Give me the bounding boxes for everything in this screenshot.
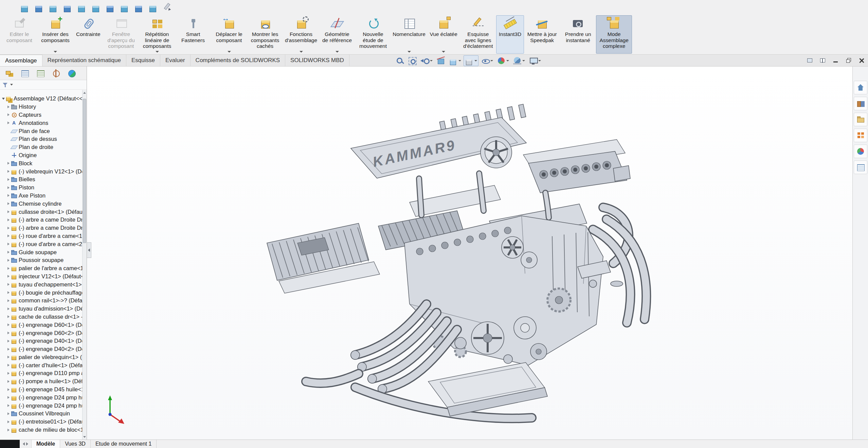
ribbon-button[interactable]: Mode Assemblage complexe bbox=[596, 15, 632, 54]
ribbon-button[interactable]: Mettre à jour Speedpak bbox=[524, 15, 560, 54]
task-pane-button[interactable] bbox=[854, 81, 867, 94]
quick-access-icon[interactable] bbox=[77, 2, 87, 12]
tree-item[interactable]: (-) pompe a huile<1> (Défau bbox=[0, 377, 82, 386]
quick-access-icon[interactable] bbox=[105, 2, 115, 12]
expand-arrow-icon[interactable] bbox=[6, 218, 11, 222]
panel-tab[interactable] bbox=[52, 69, 60, 78]
ribbon-button[interactable]: Fenêtre d'aperçu du composant bbox=[103, 15, 139, 54]
tree-item[interactable]: common rail<1>->? (Défaut bbox=[0, 297, 82, 305]
ribbon-button[interactable]: Géométrie de référence bbox=[319, 15, 355, 54]
tree-item[interactable]: (-) engrenage D110 pmp a l' bbox=[0, 369, 82, 377]
task-pane-button[interactable] bbox=[854, 145, 867, 158]
ribbon-button[interactable]: Smart Fasteners bbox=[175, 15, 211, 54]
quick-access-icon[interactable] bbox=[134, 2, 144, 12]
scrollbar-thumb[interactable] bbox=[83, 99, 86, 243]
scroll-up-icon[interactable] bbox=[83, 90, 87, 95]
tree-item[interactable]: (-) engrenage D45 huile<1> bbox=[0, 386, 82, 394]
view-tool-button[interactable] bbox=[419, 55, 434, 66]
tree-item[interactable]: Guide soupape bbox=[0, 248, 82, 256]
expand-arrow-icon[interactable] bbox=[6, 266, 11, 271]
expand-arrow-icon[interactable] bbox=[6, 193, 11, 198]
panel-collapse-handle[interactable] bbox=[87, 242, 91, 258]
tree-item[interactable]: palier de l'arbre a came<1> bbox=[0, 264, 82, 273]
tree-item[interactable]: Coussinet Vilbrequin bbox=[0, 410, 82, 418]
tree-item[interactable]: Plan de droite bbox=[0, 143, 82, 151]
tree-item[interactable]: Capteurs bbox=[0, 111, 82, 119]
expand-arrow-icon[interactable] bbox=[6, 242, 11, 246]
ribbon-button[interactable]: Déplacer le composant bbox=[211, 15, 247, 54]
model-tabs-scroll-icon[interactable] bbox=[20, 440, 31, 448]
quick-access-icon[interactable] bbox=[48, 2, 58, 12]
view-tool-button[interactable] bbox=[435, 55, 447, 66]
model-tab[interactable]: Etude de mouvement 1 bbox=[91, 440, 157, 448]
panel-tab[interactable] bbox=[36, 69, 45, 78]
tree-item[interactable]: Block bbox=[0, 159, 82, 167]
task-pane-button[interactable] bbox=[854, 161, 867, 174]
tree-item[interactable]: (-) entretoise01<1> (Défaut- bbox=[0, 418, 82, 426]
expand-arrow-icon[interactable] bbox=[6, 105, 11, 109]
expand-arrow-icon[interactable] bbox=[6, 403, 11, 408]
tree-item[interactable]: cullasse droite<1> (Défaut< bbox=[0, 208, 82, 216]
expand-arrow-icon[interactable] bbox=[6, 120, 11, 125]
view-tool-button[interactable] bbox=[448, 55, 463, 66]
expand-arrow-icon[interactable] bbox=[6, 161, 11, 166]
tree-item[interactable]: tuyau d'echappement<1> -> bbox=[0, 280, 82, 288]
feature-tree-root[interactable]: Assemblage V12 (Défaut<<Déf bbox=[0, 95, 82, 103]
panel-tab[interactable] bbox=[67, 69, 76, 78]
model-tab[interactable]: Modèle bbox=[31, 440, 60, 448]
ribbon-button[interactable]: Prendre un instantané bbox=[560, 15, 596, 54]
tree-item[interactable]: (-) engrenage D40<2> (Défa bbox=[0, 345, 82, 353]
expand-arrow-icon[interactable] bbox=[6, 290, 11, 295]
expand-arrow-icon[interactable] bbox=[6, 234, 11, 238]
view-tool-button[interactable] bbox=[480, 55, 494, 66]
tree-scrollbar[interactable] bbox=[82, 90, 87, 440]
tree-item[interactable]: cache de cullasse dr<1> -> ( bbox=[0, 313, 82, 321]
task-pane-button[interactable] bbox=[854, 129, 867, 142]
pane-split-button[interactable] bbox=[816, 55, 829, 66]
tree-item[interactable]: (-) engrenage D60<1> (Défa bbox=[0, 321, 82, 329]
tree-item[interactable]: Poussoir soupape bbox=[0, 256, 82, 264]
expand-arrow-icon[interactable] bbox=[6, 355, 11, 359]
view-tool-button[interactable] bbox=[394, 55, 405, 66]
filter-funnel-icon[interactable] bbox=[2, 82, 8, 88]
expand-arrow-icon[interactable] bbox=[6, 322, 11, 327]
tree-item[interactable]: Chemise cylindre bbox=[0, 200, 82, 208]
ribbon-button[interactable]: Fonctions d'assemblage bbox=[283, 15, 319, 54]
restore-button[interactable] bbox=[842, 55, 855, 66]
expand-arrow-icon[interactable] bbox=[6, 331, 11, 335]
expand-arrow-icon[interactable] bbox=[6, 185, 11, 190]
tree-item[interactable]: cache de milieu de bloc<1> bbox=[0, 426, 82, 434]
expand-arrow-icon[interactable] bbox=[6, 371, 11, 376]
expand-arrow-icon[interactable] bbox=[6, 282, 11, 287]
ribbon-button[interactable]: Contrainte bbox=[73, 15, 103, 54]
command-tab[interactable]: Représentation schématique bbox=[42, 55, 126, 66]
task-pane-button[interactable] bbox=[854, 113, 867, 126]
collapse-arrow-icon[interactable] bbox=[1, 96, 6, 101]
expand-arrow-icon[interactable] bbox=[6, 177, 11, 182]
expand-arrow-icon[interactable] bbox=[6, 201, 11, 206]
ribbon-button[interactable]: Répétition linéaire de composants bbox=[139, 15, 175, 54]
tree-item[interactable]: (-) carter d'huile<1> (Défaut bbox=[0, 361, 82, 369]
tree-item[interactable]: Bielles bbox=[0, 175, 82, 184]
ribbon-button[interactable]: Montrer les composants cachés bbox=[247, 15, 283, 54]
quick-access-icon[interactable] bbox=[34, 2, 44, 12]
tree-item[interactable]: (-) engrenage D24 pmp huile bbox=[0, 393, 82, 402]
view-tool-button[interactable] bbox=[527, 55, 542, 66]
expand-arrow-icon[interactable] bbox=[6, 258, 11, 263]
tree-item[interactable]: Piston bbox=[0, 184, 82, 192]
ribbon-button[interactable]: Insérer des composants bbox=[37, 15, 73, 54]
close-button[interactable] bbox=[855, 55, 868, 66]
expand-arrow-icon[interactable] bbox=[6, 250, 11, 255]
expand-arrow-icon[interactable] bbox=[6, 363, 11, 368]
view-tool-button[interactable] bbox=[511, 55, 526, 66]
expand-arrow-icon[interactable] bbox=[6, 226, 11, 230]
command-tab[interactable]: Esquisse bbox=[126, 55, 160, 66]
ribbon-button[interactable]: Editer le composant bbox=[1, 15, 37, 54]
quick-access-icon[interactable] bbox=[120, 2, 130, 12]
command-tab[interactable]: Compléments de SOLIDWORKS bbox=[191, 55, 285, 66]
scroll-down-icon[interactable] bbox=[83, 434, 87, 440]
minimize-button[interactable] bbox=[829, 55, 842, 66]
command-tab[interactable]: Evaluer bbox=[160, 55, 191, 66]
expand-arrow-icon[interactable] bbox=[6, 428, 11, 432]
ribbon-button[interactable]: Vue éclatée bbox=[427, 15, 460, 54]
